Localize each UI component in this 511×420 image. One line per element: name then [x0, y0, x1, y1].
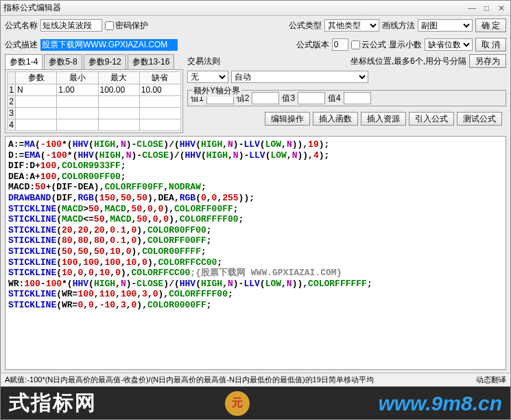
showdec-select[interactable]: 缺省位数 [425, 38, 473, 51]
extra-axis-group: 额外Y轴分界 值1 值2 值3 值4 [187, 90, 506, 106]
tab-params-9-12[interactable]: 参数9-12 [84, 54, 126, 69]
tab-params-5-8[interactable]: 参数5-8 [44, 54, 82, 69]
window-title: 指标公式编辑器 [3, 2, 466, 14]
code-editor[interactable]: A:=MA(-100*(HHV(HIGH,N)-CLOSE)/(HHV(HIGH… [5, 136, 506, 370]
label-desc: 公式描述 [5, 39, 38, 51]
minimize-icon[interactable]: — [466, 3, 478, 13]
param-def-3[interactable] [140, 108, 180, 119]
param-max-2[interactable] [99, 96, 139, 107]
auto-select[interactable]: 自动 [231, 71, 368, 83]
insert-func-button[interactable]: 插入函数 [313, 112, 358, 126]
param-min-1[interactable] [57, 84, 97, 95]
label-version: 公式版本 [296, 39, 329, 51]
desc-input[interactable]: 股票下载网WWW.GPXIAZAI.COM [40, 39, 178, 51]
param-max-4[interactable] [99, 119, 139, 130]
import-button[interactable]: 引入公式 [409, 112, 454, 126]
v4-input[interactable] [344, 92, 371, 104]
coin-icon: 元 [225, 391, 250, 416]
cloud-checkbox[interactable]: 云公式 [351, 39, 386, 51]
ok-button[interactable]: 确 定 [475, 19, 506, 32]
label-coordnote: 坐标线位置,最多6个,用分号分隔 [350, 56, 466, 67]
label-drawmethod: 画线方法 [382, 20, 415, 32]
param-name-1[interactable] [16, 84, 56, 95]
status-right: 动态翻译 [476, 375, 506, 385]
label-showdec: 显示小数 [389, 39, 422, 51]
statusbar: A赋值:-100*(N日内最高价的最高值-收盘价)/(N日内最高价的最高值-N日… [1, 373, 510, 386]
name-input[interactable] [40, 19, 102, 32]
test-button[interactable]: 测试公式 [457, 112, 502, 126]
titlebar: 指标公式编辑器 — □ ✕ [1, 1, 510, 16]
param-min-3[interactable] [57, 108, 97, 119]
status-text: A赋值:-100*(N日内最高价的最高值-收盘价)/(N日内最高价的最高值-N日… [5, 375, 471, 385]
password-checkbox[interactable]: 密码保护 [105, 20, 148, 32]
maximize-icon[interactable]: □ [481, 3, 493, 13]
type-select[interactable]: 其他类型 [324, 19, 379, 32]
param-def-2[interactable] [140, 96, 180, 107]
v2-input[interactable] [252, 92, 279, 104]
param-min-2[interactable] [57, 96, 97, 107]
param-name-4[interactable] [16, 119, 56, 130]
tradelaw-select[interactable]: 无 [187, 71, 228, 83]
param-min-4[interactable] [57, 119, 97, 130]
watermark: 式指标网 元 www.9m8.cn [1, 386, 510, 419]
drawmethod-select[interactable]: 副图 [418, 19, 473, 32]
saveas-button[interactable]: 另存为 [469, 54, 506, 68]
label-tradelaw: 交易法则 [187, 56, 220, 67]
cancel-button[interactable]: 取 消 [475, 38, 506, 51]
label-type: 公式类型 [289, 20, 322, 32]
tab-params-1-4[interactable]: 参数1-4 [5, 54, 43, 69]
label-name: 公式名称 [5, 20, 38, 32]
param-grid: 参数最小最大缺省 1234 [5, 70, 183, 133]
param-name-2[interactable] [16, 96, 56, 107]
version-input[interactable] [332, 38, 348, 51]
v3-input[interactable] [298, 92, 325, 104]
param-max-1[interactable] [99, 84, 139, 95]
param-max-3[interactable] [99, 108, 139, 119]
insert-res-button[interactable]: 插入资源 [361, 112, 406, 126]
param-name-3[interactable] [16, 108, 56, 119]
param-def-1[interactable] [140, 84, 180, 95]
close-icon[interactable]: ✕ [495, 3, 508, 13]
edit-button[interactable]: 编辑操作 [265, 112, 310, 126]
tab-params-13-16[interactable]: 参数13-16 [128, 54, 175, 69]
param-def-4[interactable] [140, 119, 180, 130]
param-tabs: 参数1-4 参数5-8 参数9-12 参数13-16 [5, 54, 183, 70]
